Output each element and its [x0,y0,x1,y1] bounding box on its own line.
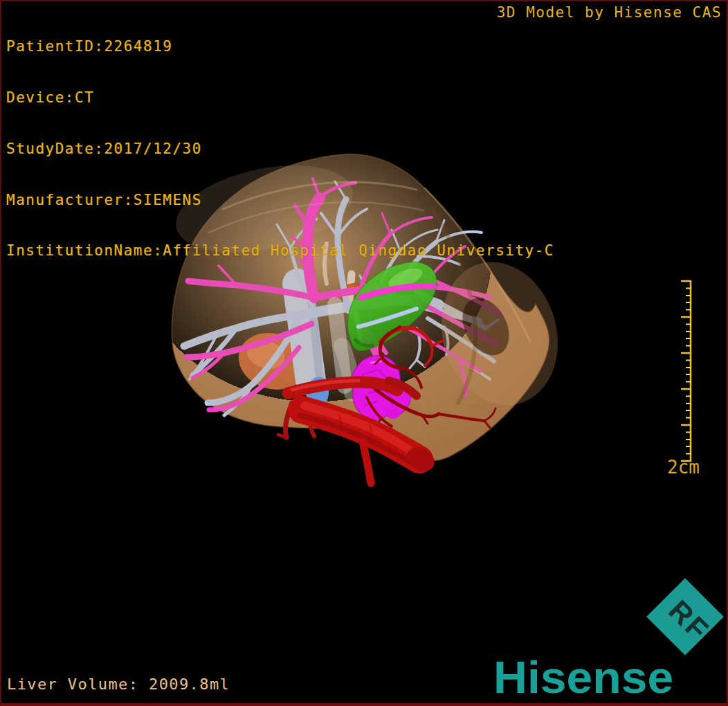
view-title: 3D Model by Hisense CAS [497,4,722,21]
institution-name: InstitutionName:Affiliated Hospital Qing… [6,242,554,260]
hisense-wordmark: Hisense [493,652,673,703]
scale-ruler [681,281,691,461]
patient-info-block: PatientID:2264819 Device:CT StudyDate:20… [6,4,554,293]
scale-label: 2cm [667,457,700,478]
manufacturer: Manufacturer:SIEMENS [6,192,554,209]
rf-badge-logo: RF [641,573,728,660]
study-date: StudyDate:2017/12/30 [6,141,554,158]
patient-id: PatientID:2264819 [6,38,554,55]
liver-volume-readout: Liver Volume: 2009.8ml [7,676,230,693]
device: Device:CT [6,89,554,107]
viewer-window: PatientID:2264819 Device:CT StudyDate:20… [0,0,728,706]
